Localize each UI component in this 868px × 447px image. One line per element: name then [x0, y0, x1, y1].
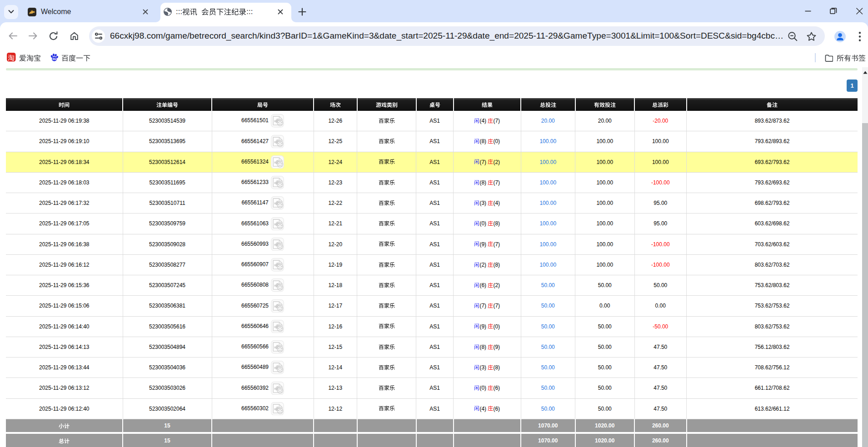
svg-text:du: du: [53, 57, 56, 60]
